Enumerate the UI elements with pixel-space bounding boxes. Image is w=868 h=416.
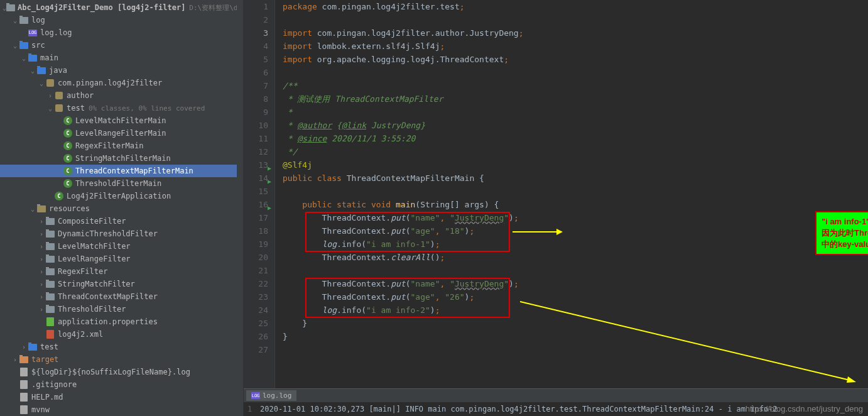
code-line[interactable]: ThreadContext.put("age", "18"); xyxy=(283,224,868,238)
tree-item-log-log[interactable]: LOGlog.log xyxy=(0,26,243,39)
tree-item-target[interactable]: ›target xyxy=(0,353,243,366)
tree-item-resources[interactable]: ⌄resources xyxy=(0,202,243,215)
tree-item-main[interactable]: ⌄main xyxy=(0,52,243,64)
line-number[interactable]: 19 xyxy=(244,238,268,251)
tree-arrow-icon[interactable]: › xyxy=(20,344,28,351)
tree-item-levelrangefiltermain[interactable]: CLevelRangeFilterMain xyxy=(0,127,243,140)
tree-item-thresholdfilter[interactable]: ›ThresholdFilter xyxy=(0,303,243,315)
code-line[interactable] xyxy=(283,264,868,277)
tree-arrow-icon[interactable]: › xyxy=(38,231,45,238)
line-number[interactable]: 23 xyxy=(244,290,268,304)
tree-item-stringmatchfilter[interactable]: ›StringMatchFilter xyxy=(0,278,243,290)
code-line[interactable]: * 测试使用 ThreadContextMapFilter xyxy=(283,92,868,106)
code-line[interactable]: @Slf4j xyxy=(283,158,868,172)
tree-arrow-icon[interactable]: ⌄ xyxy=(11,17,19,24)
tree-item-regexfiltermain[interactable]: CRegexFilterMain xyxy=(0,140,243,152)
tree-arrow-icon[interactable]: › xyxy=(38,243,45,250)
code-line[interactable]: package com.pingan.log4j2filter.test; xyxy=(283,0,868,13)
line-number[interactable]: 14 xyxy=(244,172,268,185)
line-number[interactable]: 1 xyxy=(244,0,268,13)
code-line[interactable] xyxy=(283,66,868,79)
code-line[interactable]: } xyxy=(283,330,868,343)
tree-item-test[interactable]: ⌄test0% classes, 0% lines covered xyxy=(0,102,243,114)
sidebar-scrollbar[interactable] xyxy=(237,0,243,416)
code-line[interactable]: import com.pingan.log4j2filter.author.Ju… xyxy=(283,26,868,40)
code-line[interactable]: * xyxy=(283,106,868,119)
line-number[interactable]: 20 xyxy=(244,251,268,264)
tree-item-levelmatchfilter[interactable]: ›LevelMatchFilter xyxy=(0,240,243,253)
line-number[interactable]: 2 xyxy=(244,13,268,26)
code-line[interactable]: ThreadContext.clearAll(); xyxy=(283,251,868,264)
code-line[interactable] xyxy=(283,343,868,356)
project-tree-sidebar[interactable]: ⌄Abc_Log4j2Filter_Demo [log4j2-filter]D:… xyxy=(0,0,244,416)
line-number[interactable]: 13 xyxy=(244,158,268,172)
tree-item-application-properties[interactable]: application.properties xyxy=(0,315,243,328)
line-number[interactable]: 4 xyxy=(244,40,268,53)
tree-item-log[interactable]: ⌄log xyxy=(0,14,243,26)
editor-code-area[interactable]: package com.pingan.log4j2filter.test;imp… xyxy=(275,0,868,388)
code-line[interactable]: } xyxy=(283,317,868,330)
tree-item-levelmatchfiltermain[interactable]: CLevelMatchFilterMain xyxy=(0,114,243,127)
tree-item-levelrangefilter[interactable]: ›LevelRangeFilter xyxy=(0,253,243,265)
code-line[interactable]: log.info("i am info-2"); xyxy=(283,304,868,317)
code-line[interactable]: /** xyxy=(283,79,868,92)
code-line[interactable]: * @since 2020/11/1 3:55:20 xyxy=(283,132,868,145)
line-number[interactable]: 18 xyxy=(244,224,268,238)
line-number[interactable]: 15 xyxy=(244,185,268,198)
tree-item-thresholdfiltermain[interactable]: CThresholdFilterMain xyxy=(0,177,243,190)
tree-item-dynamicthresholdfilter[interactable]: ›DynamicThresholdFilter xyxy=(0,227,243,240)
line-number[interactable]: 7 xyxy=(244,79,268,92)
line-number[interactable]: 9 xyxy=(244,106,268,119)
tree-item-mvnw[interactable]: mvnw xyxy=(0,403,243,416)
code-line[interactable]: import lombok.extern.slf4j.Slf4j; xyxy=(283,40,868,53)
tree-item-regexfilter[interactable]: ›RegexFilter xyxy=(0,265,243,278)
code-line[interactable]: public class ThreadContextMapFilterMain … xyxy=(283,172,868,185)
line-number[interactable]: 21 xyxy=(244,264,268,277)
code-line[interactable]: */ xyxy=(283,145,868,158)
tree-item-help-md[interactable]: HELP.md xyxy=(0,391,243,403)
tree-arrow-icon[interactable]: › xyxy=(38,293,45,300)
tree-item-threadcontextmapfiltermain[interactable]: CThreadContextMapFilterMain xyxy=(0,165,243,177)
tree-item-author[interactable]: ›author xyxy=(0,89,243,102)
tree-item-com-pingan-log4j2filter[interactable]: ⌄com.pingan.log4j2filter xyxy=(0,77,243,89)
tree-arrow-icon[interactable]: › xyxy=(38,256,45,263)
tree-item-java[interactable]: ⌄java xyxy=(0,64,243,77)
log-tab-item[interactable]: LOG log.log xyxy=(246,390,296,401)
line-number[interactable]: 3 xyxy=(244,26,268,40)
line-number[interactable]: 5 xyxy=(244,53,268,66)
line-number[interactable]: 16 xyxy=(244,198,268,211)
line-number[interactable]: 17 xyxy=(244,211,268,224)
line-number[interactable]: 10 xyxy=(244,119,268,132)
code-line[interactable]: public static void main(String[] args) { xyxy=(283,198,868,211)
line-number[interactable]: 22 xyxy=(244,277,268,290)
tree-arrow-icon[interactable]: ⌄ xyxy=(20,55,28,62)
line-number[interactable]: 6 xyxy=(244,66,268,79)
tree-arrow-icon[interactable]: › xyxy=(38,306,45,313)
tree-item-test[interactable]: ›test xyxy=(0,341,243,353)
code-line[interactable] xyxy=(283,185,868,198)
tree-arrow-icon[interactable]: ⌄ xyxy=(38,80,45,87)
tree-arrow-icon[interactable]: › xyxy=(38,281,45,288)
tree-arrow-icon[interactable]: › xyxy=(38,218,45,225)
tree-item-log4j2filterapplication[interactable]: CLog4j2FilterApplication xyxy=(0,190,243,202)
code-line[interactable]: ThreadContext.put("name", "JustryDeng"); xyxy=(283,211,868,224)
line-number[interactable]: 8 xyxy=(244,92,268,106)
tree-item-src[interactable]: ⌄src xyxy=(0,39,243,52)
line-number[interactable]: 24 xyxy=(244,304,268,317)
code-line[interactable]: ThreadContext.put("age", "26"); xyxy=(283,290,868,304)
tree-arrow-icon[interactable]: › xyxy=(11,356,19,363)
code-line[interactable]: ThreadContext.put("name", "JustryDeng"); xyxy=(283,277,868,290)
code-editor[interactable]: 12345678910111213▶14▶1516▶17181920212223… xyxy=(244,0,868,388)
line-number[interactable]: 25 xyxy=(244,317,268,330)
tree-arrow-icon[interactable]: › xyxy=(38,268,45,275)
code-line[interactable]: import org.apache.logging.log4j.ThreadCo… xyxy=(283,53,868,66)
tree-arrow-icon[interactable]: ⌄ xyxy=(29,67,36,74)
tree-item-stringmatchfiltermain[interactable]: CStringMatchFilterMain xyxy=(0,152,243,165)
run-gutter-icon[interactable]: ▶ xyxy=(268,175,271,188)
line-number[interactable]: 27 xyxy=(244,343,268,356)
line-number[interactable]: 11 xyxy=(244,132,268,145)
tree-item-threadcontextmapfilter[interactable]: ›ThreadContextMapFilter xyxy=(0,290,243,303)
tree-arrow-icon[interactable]: ⌄ xyxy=(11,42,19,49)
run-gutter-icon[interactable]: ▶ xyxy=(268,201,271,214)
code-line[interactable]: * @author {@link JustryDeng} xyxy=(283,119,868,132)
